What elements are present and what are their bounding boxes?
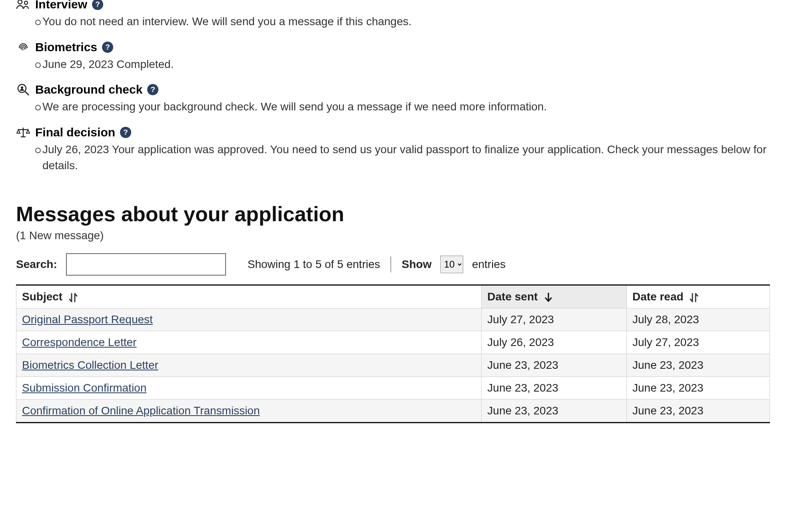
col-date-sent-label: Date sent xyxy=(487,290,538,303)
interview-icon xyxy=(16,0,30,10)
page-size-select[interactable]: 10 xyxy=(440,256,463,273)
table-row: Confirmation of Online Application Trans… xyxy=(16,399,770,422)
cell-date-sent: July 27, 2023 xyxy=(482,308,627,331)
cell-date-sent: June 23, 2023 xyxy=(482,354,627,376)
entries-suffix: entries xyxy=(472,258,506,271)
status-background-detail: We are processing your background check.… xyxy=(16,99,784,115)
svg-line-3 xyxy=(25,92,29,95)
status-interview-detail: You do not need an interview. We will se… xyxy=(16,14,784,30)
status-biometrics-detail: June 29, 2023 Completed. xyxy=(16,56,784,73)
cell-date-sent: July 26, 2023 xyxy=(482,331,627,354)
message-subject-link[interactable]: Biometrics Collection Letter xyxy=(22,359,158,371)
col-subject[interactable]: Subject xyxy=(16,285,482,308)
cell-date-read: June 23, 2023 xyxy=(627,376,770,399)
messages-heading: Messages about your application xyxy=(16,202,784,226)
messages-table: Subject Date sent Date read xyxy=(16,284,770,423)
status-final-detail: July 26, 2023 Your application was appro… xyxy=(16,142,770,174)
status-interview: Interview ? You do not need an interview… xyxy=(16,0,784,30)
table-row: Correspondence LetterJuly 26, 2023July 2… xyxy=(16,331,770,354)
sort-both-icon xyxy=(689,292,699,303)
col-date-read[interactable]: Date read xyxy=(627,285,770,308)
table-row: Original Passport RequestJuly 27, 2023Ju… xyxy=(16,308,770,331)
help-icon[interactable]: ? xyxy=(102,42,113,53)
col-date-read-label: Date read xyxy=(632,290,684,303)
cell-date-sent: June 23, 2023 xyxy=(482,399,627,422)
search-label: Search: xyxy=(16,258,57,271)
status-background-check: Background check ? We are processing you… xyxy=(16,83,784,115)
sort-both-icon xyxy=(68,292,78,303)
status-final-decision: Final decision ? July 26, 2023 Your appl… xyxy=(16,126,784,174)
cell-date-sent: June 23, 2023 xyxy=(482,376,627,399)
status-background-title: Background check xyxy=(35,83,142,96)
status-interview-title: Interview xyxy=(35,0,87,11)
message-subject-link[interactable]: Correspondence Letter xyxy=(22,336,136,348)
fingerprint-icon xyxy=(16,41,30,54)
svg-point-0 xyxy=(18,0,22,4)
search-input[interactable] xyxy=(66,253,226,276)
svg-point-4 xyxy=(21,86,23,89)
cell-date-read: July 27, 2023 xyxy=(627,331,770,354)
message-subject-link[interactable]: Confirmation of Online Application Trans… xyxy=(22,404,260,417)
status-final-title: Final decision xyxy=(35,126,115,139)
col-date-sent[interactable]: Date sent xyxy=(482,285,627,308)
message-subject-link[interactable]: Submission Confirmation xyxy=(22,382,146,394)
cell-date-read: June 23, 2023 xyxy=(627,354,770,376)
table-row: Submission ConfirmationJune 23, 2023June… xyxy=(16,376,770,399)
col-subject-label: Subject xyxy=(22,290,62,303)
table-controls: Search: Showing 1 to 5 of 5 entries Show… xyxy=(16,253,784,276)
cell-date-read: June 23, 2023 xyxy=(627,399,770,422)
status-biometrics-title: Biometrics xyxy=(35,40,97,54)
divider xyxy=(390,256,391,272)
new-message-count: (1 New message) xyxy=(16,229,784,242)
table-row: Biometrics Collection LetterJune 23, 202… xyxy=(16,354,770,376)
showing-entries-text: Showing 1 to 5 of 5 entries xyxy=(248,258,380,271)
show-label: Show xyxy=(402,258,432,271)
help-icon[interactable]: ? xyxy=(147,84,158,95)
status-list: Interview ? You do not need an interview… xyxy=(16,0,784,174)
svg-point-1 xyxy=(24,1,28,4)
scales-icon xyxy=(16,126,30,138)
help-icon[interactable]: ? xyxy=(120,127,131,138)
help-icon[interactable]: ? xyxy=(92,0,103,10)
cell-date-read: July 28, 2023 xyxy=(627,308,770,331)
message-subject-link[interactable]: Original Passport Request xyxy=(22,313,153,326)
status-biometrics: Biometrics ? June 29, 2023 Completed. xyxy=(16,40,784,73)
sort-desc-icon xyxy=(543,292,554,303)
magnifier-person-icon xyxy=(16,83,30,96)
